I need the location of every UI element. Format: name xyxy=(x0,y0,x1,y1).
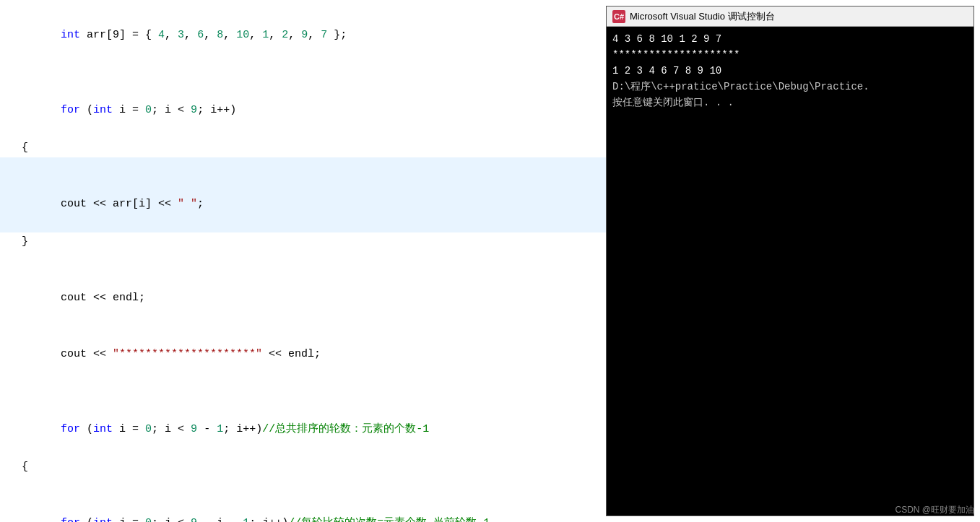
code-line-11: for (int i = 0; i < 9 - 1; i++)//总共排序的轮数… xyxy=(0,401,606,458)
console-titlebar: C# Microsoft Visual Studio 调试控制台 xyxy=(607,6,974,27)
code-line-12: { xyxy=(0,458,606,477)
watermark: CSDN @旺财要加油 xyxy=(895,504,974,516)
code-line-10 xyxy=(0,383,606,401)
code-line-2 xyxy=(0,64,606,82)
code-line-3: for (int i = 0; i < 9; i++) xyxy=(0,82,606,139)
console-icon: C# xyxy=(612,10,625,23)
code-line-4: { xyxy=(0,139,606,157)
code-line-6: } xyxy=(0,232,606,251)
code-editor[interactable]: int arr[9] = { 4, 3, 6, 8, 10, 1, 2, 9, … xyxy=(0,0,606,522)
console-line-1: 4 3 6 8 10 1 2 9 7 xyxy=(612,31,968,47)
console-line-5: 按任意键关闭此窗口. . . xyxy=(612,95,968,110)
code-line-8: cout << endl; xyxy=(0,270,606,326)
code-line-1: int arr[9] = { 4, 3, 6, 8, 10, 1, 2, 9, … xyxy=(0,7,606,64)
code-line-13: for (int j = 0; j < 9 - i - 1; j++)//每轮比… xyxy=(0,477,606,522)
console-title: Microsoft Visual Studio 调试控制台 xyxy=(630,10,775,23)
console-body: 4 3 6 8 10 1 2 9 7 *********************… xyxy=(607,27,974,516)
code-line-7 xyxy=(0,251,606,270)
console-window: C# Microsoft Visual Studio 调试控制台 4 3 6 8… xyxy=(606,6,974,516)
console-line-2: ********************* xyxy=(612,47,968,63)
code-line-9: cout << "*********************" << endl; xyxy=(0,326,606,383)
code-line-5: cout << arr[i] << " "; xyxy=(0,157,606,232)
console-line-4: D:\程序\c++pratice\Practice\Debug\Practice… xyxy=(612,79,968,95)
console-line-3: 1 2 3 4 6 7 8 9 10 xyxy=(612,63,968,79)
